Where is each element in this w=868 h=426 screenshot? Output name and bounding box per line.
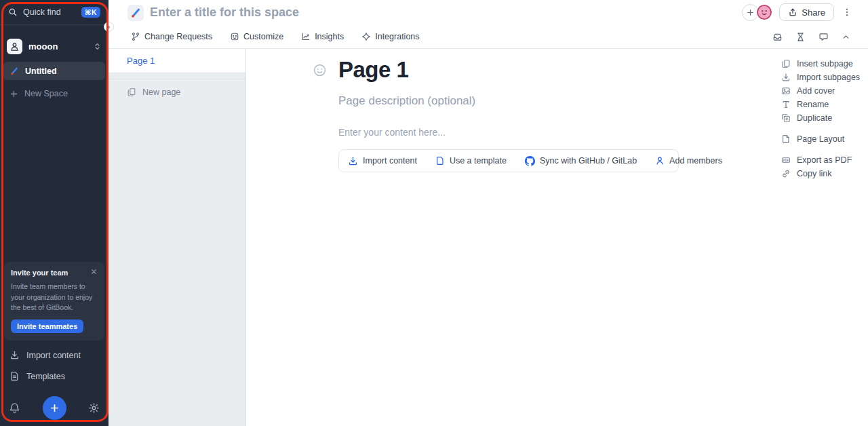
pages-icon bbox=[781, 59, 791, 69]
sidebar-spacer bbox=[0, 102, 108, 262]
gear-icon bbox=[88, 402, 100, 414]
add-button[interactable] bbox=[43, 396, 66, 420]
new-page-button[interactable]: New page bbox=[108, 79, 245, 105]
image-icon bbox=[781, 86, 791, 96]
tab-change-requests[interactable]: Change Requests bbox=[131, 32, 212, 41]
page-tree-item-label: Page 1 bbox=[127, 56, 155, 66]
page-title[interactable]: Page 1 bbox=[338, 57, 408, 83]
menu-page-layout[interactable]: Page Layout bbox=[781, 132, 860, 146]
share-button[interactable]: Share bbox=[779, 3, 834, 21]
menu-import-subpages[interactable]: Import subpages bbox=[781, 71, 860, 84]
new-space-button[interactable]: New Space bbox=[3, 85, 105, 102]
share-icon bbox=[788, 7, 797, 17]
github-icon bbox=[525, 156, 535, 166]
workspace-switcher[interactable]: mooon bbox=[0, 35, 108, 57]
sidebar-import-content[interactable]: Import content bbox=[0, 347, 108, 363]
sidebar-item-untitled[interactable]: Untitled bbox=[3, 62, 105, 80]
templates-icon bbox=[9, 371, 20, 381]
plus-icon bbox=[9, 90, 18, 98]
workspace-avatar bbox=[7, 39, 22, 54]
header: Enter a title for this space Share Chang… bbox=[108, 0, 868, 49]
menu-add-cover[interactable]: Add cover bbox=[781, 84, 860, 98]
workspace-name: mooon bbox=[28, 41, 87, 52]
quick-actions-bar: Import content Use a template Sync with … bbox=[338, 149, 679, 172]
action-label: Import content bbox=[363, 156, 417, 166]
menu-label: Duplicate bbox=[797, 113, 832, 123]
sidebar-footer: Import content Templates bbox=[0, 347, 108, 384]
sidebar-item-label: Untitled bbox=[25, 66, 57, 76]
space-title-input[interactable]: Enter a title for this space bbox=[150, 5, 299, 20]
tab-insights[interactable]: Insights bbox=[301, 32, 344, 41]
menu-export-pdf[interactable]: PDF Export as PDF bbox=[781, 153, 860, 167]
menu-label: Rename bbox=[797, 100, 829, 109]
action-label: Use a template bbox=[450, 156, 507, 166]
sidebar-import-label: Import content bbox=[26, 351, 81, 360]
editor-column: Page 1 Page description (optional) Enter… bbox=[247, 49, 868, 172]
menu-label: Add cover bbox=[797, 86, 835, 96]
invite-teammates-button[interactable]: Invite teammates bbox=[11, 320, 83, 333]
tab-integrations[interactable]: Integrations bbox=[361, 32, 419, 41]
gitbook-app: Quick find ⌘K mooon Untitled New Space I… bbox=[0, 0, 868, 426]
kebab-icon bbox=[842, 7, 852, 17]
more-options-button[interactable] bbox=[841, 6, 853, 18]
tab-bar: Change Requests Customize Insights Integ… bbox=[108, 25, 868, 49]
tab-label: Insights bbox=[315, 32, 344, 41]
smiley-icon bbox=[313, 63, 327, 77]
hourglass-icon[interactable] bbox=[795, 32, 806, 42]
pages-icon bbox=[127, 88, 136, 97]
use-template-button[interactable]: Use a template bbox=[435, 156, 507, 166]
person-icon bbox=[655, 156, 665, 166]
import-icon bbox=[781, 73, 791, 82]
comment-icon[interactable] bbox=[818, 32, 829, 42]
menu-duplicate[interactable]: Duplicate bbox=[781, 111, 860, 125]
add-members-button[interactable]: Add members bbox=[655, 156, 722, 166]
settings-button[interactable] bbox=[88, 402, 100, 414]
invite-card-body: Invite team members to your organization… bbox=[11, 282, 98, 313]
menu-label: Page Layout bbox=[797, 134, 844, 144]
inbox-icon[interactable] bbox=[772, 32, 783, 42]
sidebar-collapse-handle[interactable] bbox=[104, 22, 114, 32]
menu-label: Import subpages bbox=[797, 73, 860, 82]
tab-customize[interactable]: Customize bbox=[230, 32, 283, 41]
menu-label: Insert subpage bbox=[797, 59, 853, 69]
page-tree-item-selected[interactable]: Page 1 bbox=[108, 49, 245, 73]
text-icon bbox=[781, 100, 791, 109]
close-icon[interactable] bbox=[90, 268, 98, 275]
menu-label: Export as PDF bbox=[797, 155, 852, 165]
tab-bar-right-icons bbox=[772, 32, 850, 42]
pages-panel: Page 1 New page bbox=[108, 49, 246, 426]
emoji-picker-button[interactable] bbox=[313, 63, 327, 77]
titlebar: Enter a title for this space Share bbox=[108, 0, 868, 25]
import-content-button[interactable]: Import content bbox=[348, 156, 417, 166]
tab-label: Integrations bbox=[375, 32, 419, 41]
brush-icon bbox=[9, 66, 19, 76]
action-label: Sync with GitHub / GitLab bbox=[540, 156, 637, 166]
tab-label: Change Requests bbox=[144, 32, 212, 41]
sidebar-templates-label: Templates bbox=[26, 372, 65, 381]
menu-rename[interactable]: Rename bbox=[781, 98, 860, 111]
space-emoji-button[interactable] bbox=[127, 5, 144, 21]
notifications-button[interactable] bbox=[9, 402, 20, 414]
quick-find-label: Quick find bbox=[23, 7, 76, 17]
sidebar-templates[interactable]: Templates bbox=[0, 368, 108, 384]
menu-label: Copy link bbox=[797, 169, 831, 178]
search-icon bbox=[8, 7, 18, 17]
shortcut-badge: ⌘K bbox=[81, 7, 100, 18]
plus-icon bbox=[746, 8, 755, 17]
quick-find[interactable]: Quick find ⌘K bbox=[0, 0, 108, 25]
menu-copy-link[interactable]: Copy link bbox=[781, 167, 860, 180]
invite-team-card: Invite your team Invite team members to … bbox=[4, 262, 104, 341]
main-editor: Page 1 Page description (optional) Enter… bbox=[247, 49, 868, 426]
insights-icon bbox=[301, 32, 311, 41]
template-icon bbox=[435, 156, 445, 166]
new-space-label: New Space bbox=[24, 89, 68, 98]
sync-github-button[interactable]: Sync with GitHub / GitLab bbox=[525, 156, 637, 166]
menu-insert-subpage[interactable]: Insert subpage bbox=[781, 57, 860, 71]
chevron-up-icon[interactable] bbox=[842, 33, 850, 41]
git-branch-icon bbox=[131, 32, 140, 41]
duplicate-icon bbox=[781, 113, 791, 123]
import-icon bbox=[9, 350, 20, 360]
sidebar: Quick find ⌘K mooon Untitled New Space I… bbox=[0, 0, 108, 426]
user-avatar[interactable] bbox=[755, 3, 773, 21]
workspace-avatar-icon bbox=[9, 41, 20, 52]
